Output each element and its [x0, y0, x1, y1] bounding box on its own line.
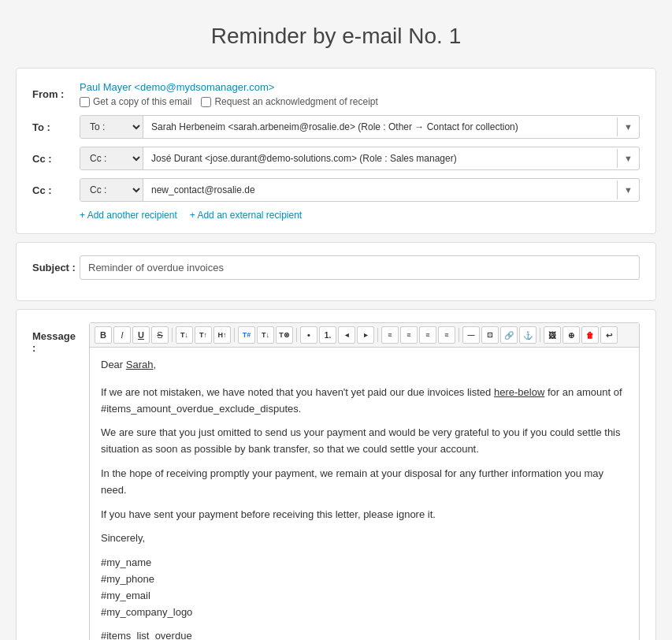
cc1-row: Cc : Cc : To : Bcc : José Durant <jose.d…	[32, 147, 640, 170]
add-external-link[interactable]: + Add an external recipient	[190, 210, 302, 221]
cc1-arrow[interactable]: ▼	[617, 149, 639, 168]
sep3	[296, 328, 297, 342]
cc1-dropdown[interactable]: Cc : To : Bcc :	[80, 147, 143, 169]
sep6	[540, 328, 540, 342]
bullet-list-button[interactable]: •	[300, 326, 317, 344]
cc1-label: Cc :	[32, 153, 80, 165]
to-arrow[interactable]: ▼	[617, 117, 639, 136]
indent-in-button[interactable]: ▸	[357, 326, 374, 344]
page-title: Reminder by e-mail No. 1	[16, 16, 656, 49]
sep1	[172, 328, 173, 342]
editor-container: B I U S T↓ T↑ H↑ T# T↓ T⊗ • 1	[89, 322, 640, 640]
to-dropdown[interactable]: To : Cc : Bcc :	[80, 116, 143, 138]
cc2-row: Cc : Cc : To : Bcc : new_contact@rosalie…	[32, 178, 640, 202]
body-para-5: Sincerely,	[101, 530, 628, 547]
align-left-button[interactable]: ≡	[381, 326, 399, 344]
italic-button[interactable]: I	[113, 326, 131, 344]
from-sender: Paul Mayer <demo@mydsomanager.com>	[80, 81, 640, 93]
from-label: From :	[32, 88, 80, 100]
add-links: + Add another recipient + Add an externa…	[80, 210, 640, 221]
underline-button[interactable]: U	[132, 326, 150, 344]
undo-button[interactable]: ↩	[600, 326, 618, 344]
subject-section: Subject :	[16, 242, 656, 301]
cc1-value: José Durant <jose.durant@demo-solutions.…	[143, 148, 617, 169]
align-center-button[interactable]: ≡	[400, 326, 418, 344]
to-row: To : To : Cc : Bcc : Sarah Herbeneim <sa…	[32, 115, 640, 139]
sep5	[459, 328, 459, 342]
add-recipient-link[interactable]: + Add another recipient	[80, 210, 177, 221]
sep4	[377, 328, 378, 342]
copy-checkbox[interactable]	[80, 97, 90, 107]
cc2-dropdown[interactable]: Cc : To : Bcc :	[80, 179, 143, 201]
to-value: Sarah Herbeneim <sarah.arbeneim@rosalie.…	[143, 117, 617, 137]
from-checkboxes: Get a copy of this email Request an ackn…	[80, 96, 640, 107]
text-bg-button[interactable]: T↓	[257, 326, 274, 344]
subject-label: Subject :	[32, 262, 80, 273]
ack-checkbox[interactable]	[201, 97, 211, 107]
cc1-recipient-select: Cc : To : Bcc : José Durant <jose.durant…	[80, 147, 640, 170]
subject-row: Subject :	[32, 255, 640, 280]
body-para-3: In the hope of receiving promptly your p…	[101, 466, 628, 499]
font-smaller-button[interactable]: T↓	[176, 326, 193, 344]
to-label: To :	[32, 121, 80, 133]
table-button[interactable]: ⊡	[481, 326, 499, 344]
indent-out-button[interactable]: ◂	[338, 326, 355, 344]
subject-input[interactable]	[80, 255, 640, 280]
cc2-recipient-select: Cc : To : Bcc : new_contact@rosalie.de ▼	[80, 178, 640, 202]
font-larger-button[interactable]: T↑	[195, 326, 212, 344]
body-para-2: We are sure that you just omitted to sen…	[101, 425, 628, 458]
text-clear-button[interactable]: T⊗	[276, 326, 293, 344]
greeting-line: Dear Sarah,	[101, 357, 628, 374]
copy-label[interactable]: Get a copy of this email	[80, 96, 191, 107]
ack-label[interactable]: Request an acknowledgment of receipt	[201, 96, 377, 107]
align-justify-button[interactable]: ≡	[438, 326, 455, 344]
editor-body[interactable]: Dear Sarah, If we are not mistaken, we h…	[90, 348, 639, 640]
numbered-list-button[interactable]: 1.	[319, 326, 336, 344]
cc2-value: new_contact@rosalie.de	[143, 180, 617, 200]
image-button[interactable]: 🖼	[544, 326, 561, 344]
from-section: From : Paul Mayer <demo@mydsomanager.com…	[16, 68, 656, 234]
body-items-list: #items_list_overdue	[101, 628, 628, 640]
cc2-label: Cc :	[32, 184, 80, 196]
heading-button[interactable]: H↑	[213, 326, 231, 344]
subject-content	[80, 255, 640, 280]
insert-button[interactable]: ⊕	[562, 326, 580, 344]
body-para-4: If you have sent your payment before rec…	[101, 507, 628, 523]
link-button[interactable]: 🔗	[500, 326, 518, 344]
cc2-arrow[interactable]: ▼	[617, 180, 639, 199]
message-section: Message : B I U S T↓ T↑ H↑ T#	[16, 309, 656, 640]
editor-toolbar: B I U S T↓ T↑ H↑ T# T↓ T⊗ • 1	[90, 323, 639, 348]
bold-button[interactable]: B	[95, 326, 112, 344]
sep2	[234, 328, 235, 342]
message-wrap: Message : B I U S T↓ T↑ H↑ T#	[32, 322, 640, 640]
delete-button[interactable]: 🗑	[581, 326, 599, 344]
message-label: Message :	[32, 322, 80, 640]
text-color-button[interactable]: T#	[238, 326, 255, 344]
hr-button[interactable]: —	[462, 326, 480, 344]
from-row: From : Paul Mayer <demo@mydsomanager.com…	[32, 81, 640, 107]
message-body-area: B I U S T↓ T↑ H↑ T# T↓ T⊗ • 1	[89, 322, 640, 640]
strikethrough-button[interactable]: S	[151, 326, 169, 344]
body-hashtags: #my_name #my_phone #my_email #my_company…	[101, 555, 628, 620]
to-recipient-select: To : Cc : Bcc : Sarah Herbeneim <sarah.a…	[80, 115, 640, 139]
align-right-button[interactable]: ≡	[419, 326, 436, 344]
anchor-button[interactable]: ⚓	[519, 326, 536, 344]
body-para-1: If we are not mistaken, we have noted th…	[101, 385, 628, 418]
page-container: Reminder by e-mail No. 1 From : Paul May…	[16, 16, 656, 640]
from-content: Paul Mayer <demo@mydsomanager.com> Get a…	[80, 81, 640, 107]
